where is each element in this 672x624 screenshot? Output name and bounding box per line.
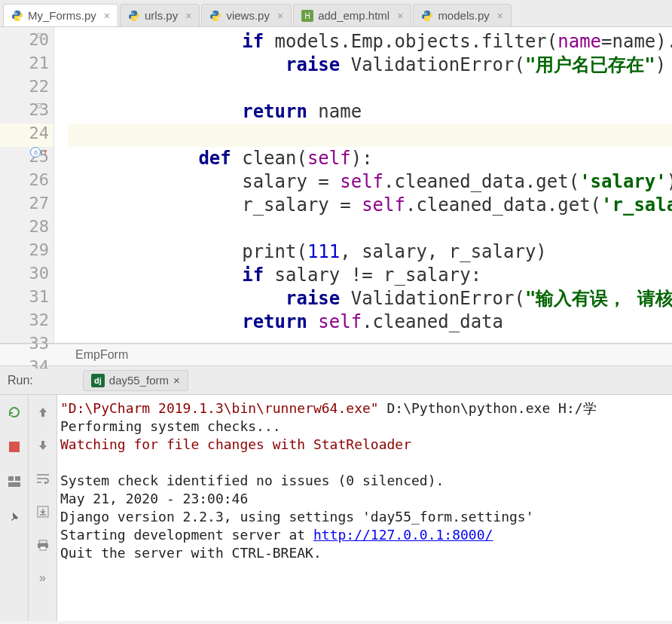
close-icon[interactable]: × (277, 10, 283, 22)
console-output[interactable]: "D:\PyCharm 2019.1.3\bin\runnerw64.exe" … (57, 395, 672, 621)
python-icon (11, 10, 23, 22)
line-gutter: 20⊟212223⊟2425o↑262728293031323334 (0, 27, 54, 343)
tab-models[interactable]: models.py × (413, 4, 512, 26)
svg-rect-2 (9, 442, 20, 452)
code-editor[interactable]: 20⊟212223⊟2425o↑262728293031323334 if mo… (0, 27, 672, 344)
run-config-tab[interactable]: dj day55_form × (83, 370, 188, 391)
tab-urls[interactable]: urls.py × (120, 4, 200, 26)
console-panel: » "D:\PyCharm 2019.1.3\bin\runnerw64.exe… (0, 395, 672, 621)
svg-rect-9 (40, 546, 46, 550)
python-icon (421, 10, 433, 22)
close-icon[interactable]: × (104, 10, 110, 22)
svg-rect-4 (15, 476, 20, 481)
run-tool-column-2: » (29, 395, 57, 621)
code-area[interactable]: if models.Emp.objects.filter(name=name).… (54, 27, 672, 343)
breadcrumb-class[interactable]: EmpForm (75, 348, 128, 362)
close-icon[interactable]: × (497, 10, 503, 22)
html-icon: H (301, 10, 313, 22)
wrap-button[interactable] (35, 470, 51, 487)
tab-my-forms[interactable]: My_Forms.py × (3, 4, 118, 26)
svg-rect-3 (8, 476, 14, 481)
close-icon[interactable]: × (397, 10, 403, 22)
svg-rect-7 (39, 540, 47, 543)
django-icon: dj (91, 374, 105, 387)
tab-label: models.py (438, 9, 489, 22)
editor-tabs: My_Forms.py × urls.py × views.py × H add… (0, 0, 672, 27)
more-button[interactable]: » (35, 570, 51, 586)
python-icon (209, 10, 221, 22)
svg-text:H: H (305, 12, 310, 20)
run-tool-column-1 (0, 395, 29, 621)
close-icon[interactable]: × (173, 374, 180, 387)
up-button[interactable] (35, 404, 51, 421)
tab-views[interactable]: views.py × (201, 4, 292, 26)
close-icon[interactable]: × (185, 10, 191, 22)
tab-label: urls.py (145, 9, 178, 22)
layout-button[interactable] (6, 473, 23, 490)
down-button[interactable] (35, 437, 51, 454)
run-toolbar: Run: dj day55_form × (0, 366, 672, 395)
rerun-button[interactable] (6, 404, 23, 421)
python-icon (128, 10, 140, 22)
tab-label: add_emp.html (318, 9, 389, 22)
svg-rect-5 (8, 482, 20, 487)
tab-add-emp[interactable]: H add_emp.html × (293, 4, 411, 26)
tab-label: views.py (226, 9, 270, 22)
scroll-end-button[interactable] (35, 503, 51, 520)
pin-button[interactable] (6, 508, 23, 525)
run-config-name: day55_form (109, 374, 169, 387)
breadcrumb[interactable]: EmpForm (0, 344, 672, 366)
stop-button[interactable] (6, 439, 23, 455)
tab-label: My_Forms.py (28, 9, 96, 22)
print-button[interactable] (35, 537, 51, 553)
run-label: Run: (0, 374, 41, 387)
